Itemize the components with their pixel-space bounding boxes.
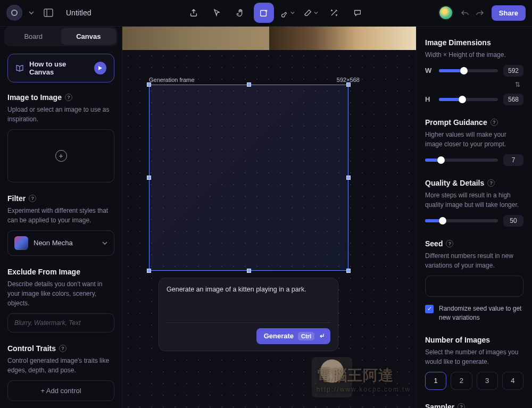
- filter-thumbnail: [14, 236, 28, 250]
- canvas-area[interactable]: Generation frame 592×568 Generate an ima…: [122, 27, 416, 408]
- undo-icon[interactable]: [459, 6, 471, 19]
- generate-kbd: Ctrl: [298, 332, 314, 340]
- help-icon[interactable]: ?: [65, 94, 72, 101]
- num-images-desc: Select the number of images you would li…: [425, 347, 523, 367]
- book-icon: [15, 64, 24, 72]
- resize-handle[interactable]: [247, 269, 251, 273]
- number-of-images-section: Number of Images Select the number of im…: [425, 336, 523, 390]
- num-images-option[interactable]: 1: [425, 372, 446, 390]
- image-to-image-title: Image to Image: [7, 93, 62, 102]
- generate-button[interactable]: Generate Ctrl: [256, 328, 330, 344]
- svg-rect-2: [260, 11, 266, 16]
- control-traits-title: Control Traits: [7, 344, 56, 353]
- howto-label: How to use Canvas: [29, 60, 89, 76]
- generation-frame-label: Generation frame: [149, 77, 195, 83]
- generate-label: Generate: [264, 332, 294, 340]
- quality-details-section: Quality & Details ? More steps will resu…: [425, 179, 523, 227]
- panels-icon[interactable]: [40, 3, 56, 23]
- app-menu-chevron-icon[interactable]: [28, 10, 35, 15]
- upload-image-box[interactable]: +: [7, 129, 114, 182]
- filter-title: Filter: [7, 194, 26, 203]
- wand-tool-icon[interactable]: [324, 3, 344, 23]
- resize-handle[interactable]: [346, 176, 351, 180]
- enter-icon: [319, 333, 325, 339]
- export-icon[interactable]: [184, 3, 204, 23]
- filter-desc: Experiment with different styles that ca…: [7, 206, 114, 225]
- redo-icon[interactable]: [473, 6, 486, 19]
- chevron-down-icon: [102, 240, 107, 246]
- swap-dimensions-icon[interactable]: ⇅: [425, 81, 523, 88]
- randomize-seed-label: Randomize seed value to get new variatio…: [439, 304, 523, 323]
- topbar: Untitled: [0, 0, 532, 27]
- tab-board[interactable]: Board: [6, 28, 61, 45]
- resize-handle[interactable]: [147, 269, 151, 273]
- resize-handle[interactable]: [147, 82, 151, 87]
- sampler-section: Sampler ?: [425, 403, 523, 408]
- image-dimensions-title: Image Dimensions: [425, 38, 491, 47]
- resize-handle[interactable]: [346, 269, 351, 273]
- quality-slider[interactable]: [425, 219, 498, 222]
- height-slider[interactable]: [439, 98, 498, 101]
- generation-frame[interactable]: [149, 85, 348, 271]
- width-slider[interactable]: [439, 69, 498, 72]
- play-icon: [94, 62, 106, 74]
- help-icon[interactable]: ?: [446, 240, 453, 247]
- svg-rect-0: [44, 9, 53, 16]
- cursor-tool-icon[interactable]: [207, 3, 227, 23]
- right-panel: Image Dimensions Width × Height of the i…: [416, 27, 532, 408]
- image-to-image-section: Image to Image ? Upload or select an ima…: [0, 93, 122, 194]
- resize-handle[interactable]: [247, 82, 251, 87]
- seed-input[interactable]: [425, 276, 523, 297]
- filter-section: Filter ? Experiment with different style…: [0, 194, 122, 268]
- height-value[interactable]: 568: [503, 94, 523, 105]
- hand-tool-icon[interactable]: [230, 3, 251, 23]
- seed-section: Seed ? Different numbers result in new v…: [425, 239, 523, 323]
- left-tabs: Board Canvas: [4, 27, 118, 46]
- prompt-guidance-section: Prompt Guidance ? Higher values will mak…: [425, 118, 523, 166]
- prompt-input[interactable]: Generate an image of a kitten playing in…: [167, 286, 330, 323]
- num-images-option[interactable]: 2: [451, 372, 472, 390]
- help-icon[interactable]: ?: [491, 119, 498, 126]
- document-title[interactable]: Untitled: [66, 9, 91, 17]
- randomize-seed-checkbox[interactable]: ✓: [425, 305, 434, 313]
- resize-handle[interactable]: [346, 82, 351, 87]
- image-to-image-desc: Upload or select an image to use as insp…: [7, 105, 114, 124]
- filter-select[interactable]: Neon Mecha: [7, 230, 114, 256]
- sampler-title: Sampler: [425, 403, 454, 408]
- help-icon[interactable]: ?: [29, 195, 36, 202]
- height-label: H: [425, 95, 434, 103]
- eraser-tool-icon[interactable]: [301, 3, 321, 23]
- num-images-title: Number of Images: [425, 336, 490, 344]
- prompt-guidance-title: Prompt Guidance: [425, 118, 487, 127]
- image-dimensions-desc: Width × Height of the image.: [425, 50, 523, 60]
- num-images-option[interactable]: 3: [477, 372, 498, 390]
- exclude-desc: Describe details you don't want in your …: [7, 279, 114, 308]
- width-label: W: [425, 66, 434, 74]
- comment-tool-icon[interactable]: [347, 3, 368, 23]
- num-images-option[interactable]: 4: [502, 372, 523, 390]
- exclude-input[interactable]: [7, 313, 114, 332]
- brush-tool-icon[interactable]: [277, 3, 297, 23]
- guidance-value[interactable]: 7: [503, 154, 523, 166]
- help-icon[interactable]: ?: [59, 345, 66, 352]
- quality-title: Quality & Details: [425, 179, 484, 187]
- guidance-slider[interactable]: [425, 159, 498, 162]
- help-icon[interactable]: ?: [458, 403, 465, 408]
- image-dimensions-section: Image Dimensions Width × Height of the i…: [425, 38, 523, 105]
- seed-desc: Different numbers result in new variatio…: [425, 251, 523, 270]
- resize-handle[interactable]: [147, 176, 151, 180]
- exclude-section: Exclude From Image Describe details you …: [0, 268, 122, 344]
- tab-canvas[interactable]: Canvas: [61, 28, 117, 45]
- quality-value[interactable]: 50: [503, 215, 523, 227]
- image-strip: [122, 27, 416, 50]
- width-value[interactable]: 592: [503, 65, 523, 77]
- add-control-button[interactable]: + Add control: [7, 380, 114, 401]
- quality-desc: More steps will result in a high quality…: [425, 190, 523, 210]
- user-avatar[interactable]: [438, 5, 453, 20]
- app-logo[interactable]: [6, 5, 22, 21]
- how-to-use-canvas[interactable]: How to use Canvas: [7, 54, 114, 82]
- generate-tool-icon[interactable]: [254, 3, 274, 23]
- share-button[interactable]: Share: [492, 5, 526, 21]
- help-icon[interactable]: ?: [487, 179, 495, 187]
- prompt-guidance-desc: Higher values will make your image close…: [425, 130, 523, 149]
